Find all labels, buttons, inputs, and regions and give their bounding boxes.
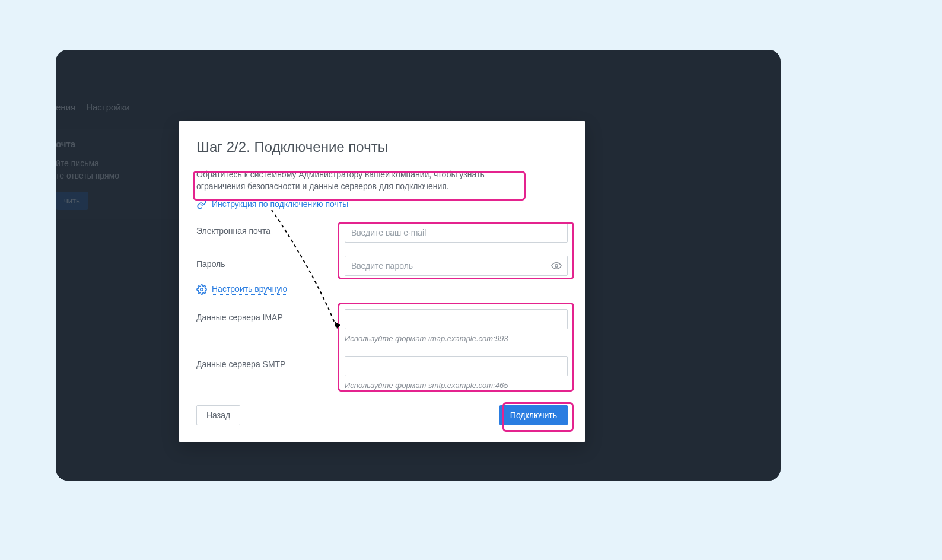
- password-field[interactable]: [345, 256, 568, 276]
- connect-mail-modal: Шаг 2/2. Подключение почты Обратитесь к …: [179, 121, 585, 442]
- imap-hint: Используйте формат imap.example.com:993: [345, 334, 568, 343]
- email-label: Электронная почта: [196, 222, 345, 236]
- svg-point-0: [555, 264, 558, 267]
- connect-button[interactable]: Подключить: [499, 405, 568, 425]
- password-label: Пароль: [196, 256, 345, 269]
- manual-config-label: Настроить вручную: [212, 284, 287, 295]
- smtp-field[interactable]: [345, 356, 568, 376]
- instruction-link[interactable]: Инструкция по подключению почты: [212, 199, 348, 209]
- manual-config-toggle[interactable]: Настроить вручную: [196, 284, 568, 295]
- imap-field[interactable]: [345, 309, 568, 329]
- link-icon: [196, 199, 207, 209]
- email-field[interactable]: [345, 222, 568, 243]
- back-button[interactable]: Назад: [196, 405, 240, 425]
- gear-icon: [196, 284, 207, 295]
- instruction-link-row[interactable]: Инструкция по подключению почты: [196, 199, 568, 209]
- admin-info-text: Обратитесь к системному Администратору в…: [196, 168, 526, 193]
- modal-title: Шаг 2/2. Подключение почты: [196, 139, 568, 155]
- imap-label: Данные сервера IMAP: [196, 309, 345, 322]
- smtp-hint: Используйте формат smtp.example.com:465: [345, 381, 568, 390]
- svg-point-1: [201, 288, 203, 291]
- smtp-label: Данные сервера SMTP: [196, 356, 345, 369]
- eye-icon[interactable]: [551, 260, 562, 271]
